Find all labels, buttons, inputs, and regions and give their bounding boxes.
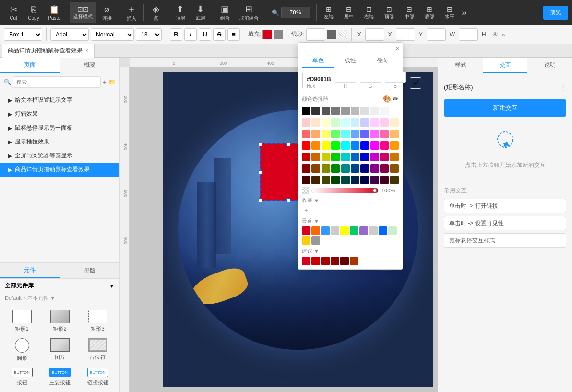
page-item-0[interactable]: ▶给文本框设置提示文字	[0, 93, 119, 107]
align-center-button[interactable]: ⊟ 居中	[339, 2, 358, 23]
recent-color-5[interactable]	[350, 226, 358, 235]
palette-color-row4-2[interactable]	[322, 141, 330, 150]
italic-button[interactable]: I	[184, 28, 197, 41]
more-options-button[interactable]: »	[501, 31, 505, 38]
palette-color-row7-2[interactable]	[322, 176, 330, 184]
b-input[interactable]: 27	[385, 72, 406, 83]
handle-top-mid[interactable]	[286, 143, 290, 146]
y-input[interactable]: 208	[396, 28, 415, 41]
page-item-3[interactable]: ▶显示推拉效果	[0, 135, 119, 149]
align-left-button[interactable]: ⊞ 左端	[319, 2, 338, 23]
recent-color-4[interactable]	[340, 226, 349, 235]
x-input[interactable]: 240	[365, 28, 384, 41]
recent-color-6[interactable]	[359, 226, 368, 235]
align-top-button[interactable]: ⊡ 顶部	[380, 2, 399, 23]
palette-color-row1-9[interactable]	[390, 107, 399, 115]
palette-color-row7-8[interactable]	[380, 176, 389, 184]
underline-button[interactable]: U	[199, 28, 211, 41]
strikethrough-button[interactable]: S	[213, 28, 226, 41]
palette-color-row2-2[interactable]	[322, 118, 330, 127]
common-item-3[interactable]: 鼠标悬停交互样式	[444, 233, 566, 248]
uncombine-button[interactable]: ⊞ 取消组合	[236, 2, 262, 23]
h-input[interactable]: 160	[459, 28, 478, 41]
palette-color-row4-0[interactable]	[302, 141, 310, 150]
cp-tab-radial[interactable]: 径向	[367, 54, 399, 68]
palette-color-row1-0[interactable]	[302, 107, 310, 115]
align-mid-button[interactable]: ⊟ 中部	[400, 2, 419, 23]
page-item-5[interactable]: ▶商品详情页拖动鼠标查看效果	[0, 163, 119, 177]
eyedropper-button[interactable]: 🖋	[410, 77, 421, 89]
palette-color-row3-1[interactable]	[311, 130, 320, 138]
more-button[interactable]: »	[460, 6, 469, 20]
paste-button[interactable]: 📋 Paste	[44, 2, 64, 23]
point-button[interactable]: ◈ 点	[146, 2, 166, 23]
palette-color-row1-4[interactable]	[341, 107, 350, 115]
palette-color-row3-0[interactable]	[302, 130, 310, 138]
common-item-1[interactable]: 单击时 -> 打开链接	[444, 199, 566, 213]
opacity-bar[interactable]	[311, 188, 379, 193]
select-mode-button[interactable]: ⊡⊡ 选择模式	[70, 2, 96, 23]
palette-color-row6-4[interactable]	[341, 164, 350, 173]
align-bottom-button[interactable]: ⊞ 底部	[420, 2, 439, 23]
palette-color-row4-7[interactable]	[370, 141, 379, 150]
font-size-select[interactable]: 13	[136, 28, 162, 41]
palette-color-row3-4[interactable]	[341, 130, 350, 138]
palette-color-row4-8[interactable]	[380, 141, 389, 150]
palette-color-row3-8[interactable]	[380, 130, 389, 138]
fill-color-swatch[interactable]	[262, 30, 272, 39]
palette-color-row2-6[interactable]	[360, 118, 369, 127]
palette-color-row4-1[interactable]	[311, 141, 320, 150]
cp-tab-linear[interactable]: 线性	[334, 54, 366, 68]
component-item-rect1[interactable]: 矩形1	[4, 308, 40, 334]
component-item-rect3[interactable]: 矩形3	[80, 308, 116, 334]
g-input[interactable]: 0	[360, 72, 381, 83]
insert-button[interactable]: ＋ 插入	[122, 2, 141, 23]
suggest-color-0[interactable]	[302, 257, 310, 265]
suggest-color-1[interactable]	[311, 257, 320, 265]
suggest-color-5[interactable]	[350, 257, 358, 265]
recent-color-0[interactable]	[302, 226, 310, 235]
palette-color-row6-7[interactable]	[370, 164, 379, 173]
palette-color-row2-7[interactable]	[370, 118, 379, 127]
palette-color-row1-8[interactable]	[380, 107, 389, 115]
add-favorite-button[interactable]: +	[302, 206, 310, 214]
masters-tab[interactable]: 母版	[60, 263, 120, 278]
palette-color-row2-0[interactable]	[302, 118, 310, 127]
palette-color-row3-2[interactable]	[322, 130, 330, 138]
elements-tab[interactable]: 元件	[0, 263, 60, 278]
palette-color-row2-9[interactable]	[390, 118, 399, 127]
palette-color-row6-2[interactable]	[322, 164, 330, 173]
palette-color-row7-5[interactable]	[351, 176, 359, 184]
palette-color-row5-9[interactable]	[390, 153, 399, 161]
recent-color-8[interactable]	[379, 226, 387, 235]
suggest-color-4[interactable]	[340, 257, 349, 265]
palette-color-row3-6[interactable]	[360, 130, 369, 138]
palette-color-row2-1[interactable]	[311, 118, 320, 127]
palette-color-row1-2[interactable]	[322, 107, 330, 115]
recent-color-9[interactable]	[388, 226, 397, 235]
element-name-select[interactable]: Box 1	[4, 28, 42, 41]
component-item-btn-link[interactable]: BUTTON链接按钮	[80, 366, 116, 388]
handle-bottom-left[interactable]	[259, 198, 262, 202]
recent-color-7[interactable]	[369, 226, 378, 235]
font-family-select[interactable]: Arial	[50, 28, 89, 41]
page-item-1[interactable]: ▶灯箱效果	[0, 107, 119, 121]
palette-color-row6-8[interactable]	[380, 164, 389, 173]
tab-close-button[interactable]: ×	[85, 48, 88, 53]
recent-color-10[interactable]	[302, 236, 310, 245]
component-item-rect2[interactable]: 矩形2	[42, 308, 78, 334]
common-item-2[interactable]: 单击时 -> 设置可见性	[444, 216, 566, 230]
palette-color-row7-7[interactable]	[370, 176, 379, 184]
comp-lib-sub[interactable]: Default » 基本元件 ▼	[0, 293, 119, 304]
palette-color-row4-4[interactable]	[341, 141, 350, 150]
palette-color-row5-4[interactable]	[341, 153, 350, 161]
palette-color-row4-5[interactable]	[351, 141, 359, 150]
palette-color-row5-5[interactable]	[351, 153, 359, 161]
color-picker[interactable]: × 单色 线性 径向 #D9001B Hex 217 R	[298, 42, 403, 270]
suggest-color-3[interactable]	[331, 257, 339, 265]
comp-lib-header[interactable]: 全部元件库 ▼	[0, 279, 119, 293]
palette-color-row2-8[interactable]	[380, 118, 389, 127]
top-layer-button[interactable]: ⬆ 顶层	[171, 2, 190, 23]
zoom-input[interactable]	[281, 7, 310, 18]
suggest-color-2[interactable]	[321, 257, 330, 265]
